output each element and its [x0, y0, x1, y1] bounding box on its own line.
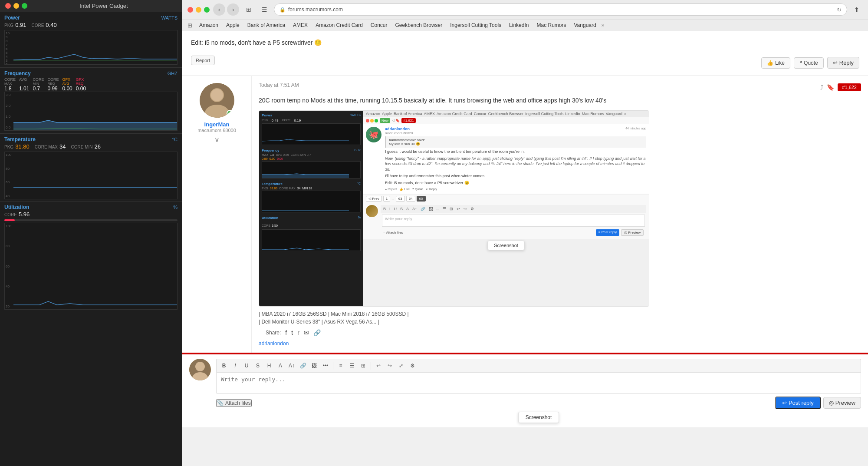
quote-button[interactable]: ❝ Quote [794, 57, 824, 69]
embed-bold-btn[interactable]: B [382, 206, 387, 212]
bookmark-amazon-cc[interactable]: Amazon Credit Card [312, 21, 366, 29]
browser-close-button[interactable] [187, 7, 193, 13]
username[interactable]: IngerMan [204, 121, 230, 128]
freq-min-value: 0.7 [33, 86, 40, 92]
temperature-section: Temperature °C PKG 31.80 CORE MAX 34 COR… [0, 134, 182, 202]
settings-btn[interactable]: ⚙ [408, 361, 417, 370]
post-reply-btn[interactable]: ↩ Post reply [775, 397, 821, 409]
embed-size-btn[interactable]: A↑ [411, 206, 418, 212]
expand-editor-btn[interactable]: ⤢ [396, 361, 406, 370]
embed-list-btn[interactable]: ☰ [441, 206, 447, 212]
post-timestamp: Today at 7:51 AM [259, 82, 299, 88]
undo-btn[interactable]: ↩ [374, 361, 383, 370]
link-share-icon[interactable]: 🔗 [313, 329, 321, 336]
share-button[interactable]: ⬆ [851, 3, 863, 16]
share-row: Share: f t r ✉ 🔗 [259, 327, 861, 339]
fullscreen-button[interactable] [22, 3, 27, 9]
bold-btn[interactable]: B [219, 361, 229, 370]
browser-fullscreen-button[interactable] [204, 7, 210, 13]
table-btn[interactable]: ⊞ [358, 361, 368, 370]
bookmark-amex[interactable]: AMEX [289, 21, 311, 29]
sidebar-toggle[interactable]: ☰ [258, 3, 270, 16]
bookmark-apple[interactable]: Apple [223, 21, 243, 29]
embed-redo-btn[interactable]: ↪ [462, 206, 468, 212]
reply-button-top[interactable]: ↩ Reply [827, 57, 859, 69]
embed-page-63[interactable]: 63 [396, 196, 405, 202]
embed-strike-btn[interactable]: S [399, 206, 404, 212]
embed-reply-input[interactable]: Write your reply... [382, 215, 645, 227]
image-btn[interactable]: 🖼 [309, 361, 319, 370]
power-section: Power WATTS PKG 0.91 CORE 0.40 109 87 65… [0, 12, 182, 68]
embed-italic-btn[interactable]: I [388, 206, 392, 212]
minimize-button[interactable] [13, 3, 19, 9]
underline-btn[interactable]: U [242, 361, 251, 370]
lock-icon: 🔒 [279, 7, 286, 13]
embed-image-btn[interactable]: 🖼 [427, 206, 434, 212]
link-btn[interactable]: 🔗 [298, 361, 308, 370]
embed-page-65[interactable]: 65 [417, 196, 426, 202]
refresh-button[interactable]: ↻ [837, 7, 842, 13]
online-badge [227, 110, 233, 117]
italic-btn[interactable]: I [230, 361, 240, 370]
size-up-btn[interactable]: A↑ [287, 361, 296, 370]
bookmark-macrumors[interactable]: Mac Rumors [533, 21, 569, 29]
attach-files-btn[interactable]: 📎 Attach files [216, 399, 252, 407]
list-btn[interactable]: ☰ [347, 361, 357, 370]
embed-page-64[interactable]: 64 [406, 196, 415, 202]
power-chart: 109 87 65 43 21 [4, 30, 178, 65]
email-share-icon[interactable]: ✉ [304, 329, 309, 336]
strikethrough-btn[interactable]: S [253, 361, 263, 370]
embed-page-1[interactable]: 1 [383, 196, 390, 202]
twitter-share-icon[interactable]: t [291, 329, 293, 336]
embed-settings-btn[interactable]: ⚙ [469, 206, 475, 212]
forward-button[interactable]: › [227, 3, 239, 16]
layout-button[interactable]: ⊞ [243, 3, 255, 16]
reply-input[interactable] [216, 372, 861, 394]
bookmark-geekbench[interactable]: Geekbench Browser [392, 21, 446, 29]
frequency-section: Frequency GHZ CORE MAX 1.8 AVG 1.01 CORE… [0, 68, 182, 134]
bookmark-concur[interactable]: Concur [367, 21, 391, 29]
expand-button[interactable]: ∨ [214, 136, 220, 144]
temp-core-max-value: 34 [59, 143, 66, 150]
embed-underline-btn[interactable]: U [393, 206, 398, 212]
embed-table-btn[interactable]: ⊞ [448, 206, 454, 212]
embed-prev-btn[interactable]: ◁ Prev [366, 196, 382, 202]
redo-btn[interactable]: ↪ [385, 361, 395, 370]
bookmark-ingersoll[interactable]: Ingersoll Cutting Tools [447, 21, 505, 29]
like-button[interactable]: 👍 Like [761, 57, 790, 69]
align-btn[interactable]: ≡ [336, 361, 345, 370]
bookmark-icon[interactable]: 🔖 [827, 84, 834, 91]
embed-report-btn[interactable]: ● Report [385, 188, 397, 191]
embed-like-btn[interactable]: 👍 Like [399, 188, 410, 191]
bookmark-amazon[interactable]: Amazon [196, 21, 222, 29]
close-button[interactable] [5, 3, 11, 9]
embed-quote-btn[interactable]: ❝ Quote [412, 188, 423, 191]
cited-user[interactable]: adrianlondon [259, 340, 289, 347]
facebook-share-icon[interactable]: f [285, 329, 287, 336]
address-bar[interactable]: 🔒 forums.macrumors.com ↻ [274, 3, 847, 16]
report-button[interactable]: Report [191, 56, 215, 65]
bookmark-boa[interactable]: Bank of America [244, 21, 289, 29]
embed-attach-btn[interactable]: = Attach files [383, 231, 403, 235]
highlight-btn[interactable]: H [264, 361, 274, 370]
embed-undo-btn[interactable]: ↩ [455, 206, 461, 212]
browser-minimize-button[interactable] [196, 7, 201, 13]
color-btn[interactable]: A [276, 361, 285, 370]
more-btn[interactable]: ••• [321, 361, 330, 370]
back-button[interactable]: ‹ [213, 3, 225, 16]
embed-reply-btn[interactable]: ↩ Reply [426, 188, 437, 191]
share-icon[interactable]: ⤴ [820, 84, 823, 91]
temp-pkg-value: 31.80 [15, 143, 30, 150]
embed-color-btn[interactable]: A [405, 206, 410, 212]
preview-btn[interactable]: ◎ Preview [823, 397, 861, 409]
embed-preview-btn[interactable]: ◎ Preview [621, 229, 644, 236]
bookmark-linkedin[interactable]: LinkedIn [506, 21, 532, 29]
pkg-value: 0.91 [15, 22, 26, 28]
bookmarks-overflow[interactable]: » [602, 22, 605, 28]
embed-link-btn[interactable]: 🔗 [419, 206, 427, 212]
embed-more-btn[interactable]: ··· [435, 206, 441, 212]
embed-post-reply-btn[interactable]: = Post reply [596, 229, 619, 236]
reddit-share-icon[interactable]: r [297, 329, 299, 336]
util-unit: % [173, 205, 178, 210]
bookmark-vanguard[interactable]: Vanguard [571, 21, 600, 29]
